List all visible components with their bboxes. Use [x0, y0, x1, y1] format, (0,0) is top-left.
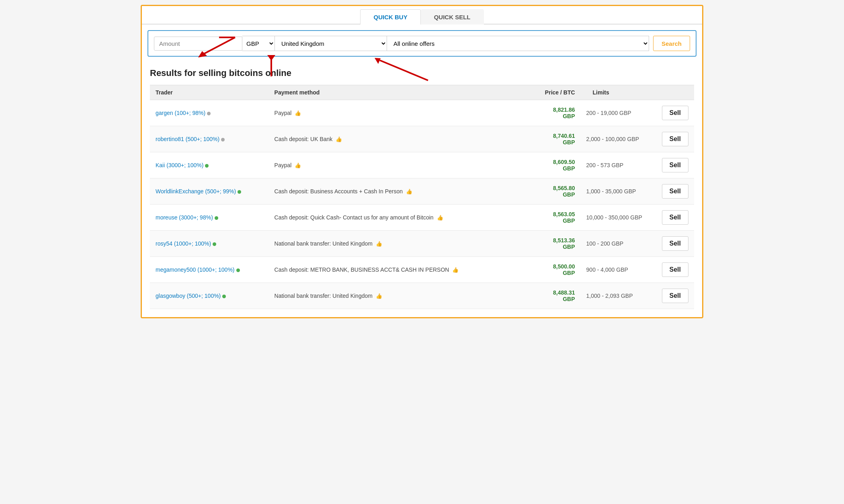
sell-button[interactable]: Sell	[662, 184, 688, 199]
trader-link[interactable]: glasgowboy (500+; 100%)	[156, 293, 221, 299]
status-dot	[236, 268, 240, 272]
results-title: Results for selling bitcoins online	[150, 68, 694, 78]
sell-cell: Sell	[656, 126, 694, 152]
sell-button[interactable]: Sell	[662, 158, 688, 172]
status-dot	[207, 112, 211, 115]
offers-table: Trader Payment method Price / BTC Limits…	[150, 85, 694, 309]
sell-cell: Sell	[656, 178, 694, 205]
sell-button[interactable]: Sell	[662, 262, 688, 277]
payment-cell: Paypal 👍	[269, 100, 505, 126]
trader-cell: gargen (100+; 98%)	[150, 100, 269, 126]
sell-button[interactable]: Sell	[662, 210, 688, 225]
trader-cell: rosy54 (1000+; 100%)	[150, 231, 269, 257]
table-row: gargen (100+; 98%)Paypal 👍8,821.86GBP200…	[150, 100, 694, 126]
limits-cell: 1,000 - 2,093 GBP	[581, 283, 656, 309]
price-cell: 8,488.31GBP	[505, 283, 581, 309]
limits-cell: 900 - 4,000 GBP	[581, 257, 656, 283]
sell-cell: Sell	[656, 257, 694, 283]
thumbs-up-icon: 👍	[295, 162, 301, 168]
payment-cell: Cash deposit: Quick Cash- Contact us for…	[269, 205, 505, 231]
sell-button[interactable]: Sell	[662, 289, 688, 303]
sell-button[interactable]: Sell	[662, 236, 688, 251]
col-payment: Payment method	[269, 85, 505, 100]
status-dot	[238, 190, 241, 194]
trader-cell: WorldlinkExchange (500+; 99%)	[150, 178, 269, 205]
limits-cell: 200 - 573 GBP	[581, 152, 656, 178]
trader-cell: moreuse (3000+; 98%)	[150, 205, 269, 231]
thumbs-up-icon: 👍	[406, 188, 412, 195]
limits-cell: 10,000 - 350,000 GBP	[581, 205, 656, 231]
table-row: rosy54 (1000+; 100%)National bank transf…	[150, 231, 694, 257]
limits-cell: 2,000 - 100,000 GBP	[581, 126, 656, 152]
main-container: QUICK BUY QUICK SELL GBP USD EUR BTC Uni…	[141, 5, 703, 318]
amount-input[interactable]	[154, 37, 242, 51]
tab-quick-sell[interactable]: QUICK SELL	[421, 9, 484, 25]
payment-cell: National bank transfer: United Kingdom 👍	[269, 231, 505, 257]
country-select[interactable]: United Kingdom United States Germany Fra…	[275, 36, 387, 51]
col-price: Price / BTC	[505, 85, 581, 100]
col-limits: Limits	[581, 85, 656, 100]
price-cell: 8,609.50GBP	[505, 152, 581, 178]
status-dot	[205, 164, 209, 168]
trader-link[interactable]: moreuse (3000+; 98%)	[156, 214, 213, 221]
trader-cell: robertino81 (500+; 100%)	[150, 126, 269, 152]
sell-button[interactable]: Sell	[662, 132, 688, 146]
trader-link[interactable]: Kaii (3000+; 100%)	[156, 162, 203, 168]
table-row: Kaii (3000+; 100%)Paypal 👍8,609.50GBP200…	[150, 152, 694, 178]
sell-cell: Sell	[656, 283, 694, 309]
trader-cell: glasgowboy (500+; 100%)	[150, 283, 269, 309]
table-row: WorldlinkExchange (500+; 99%)Cash deposi…	[150, 178, 694, 205]
trader-link[interactable]: WorldlinkExchange (500+; 99%)	[156, 188, 236, 195]
payment-cell: Cash deposit: Business Accounts + Cash I…	[269, 178, 505, 205]
thumbs-up-icon: 👍	[336, 136, 342, 142]
limits-cell: 1,000 - 35,000 GBP	[581, 178, 656, 205]
price-cell: 8,563.05GBP	[505, 205, 581, 231]
status-dot	[213, 242, 216, 246]
payment-cell: Cash deposit: UK Bank 👍	[269, 126, 505, 152]
price-cell: 8,500.00GBP	[505, 257, 581, 283]
table-header-row: Trader Payment method Price / BTC Limits	[150, 85, 694, 100]
thumbs-up-icon: 👍	[376, 293, 382, 299]
search-bar-wrapper: GBP USD EUR BTC United Kingdom United St…	[142, 30, 702, 57]
trader-link[interactable]: gargen (100+; 98%)	[156, 110, 205, 116]
trader-link[interactable]: megamoney500 (1000+; 100%)	[156, 266, 235, 273]
price-cell: 8,513.36GBP	[505, 231, 581, 257]
thumbs-up-icon: 👍	[437, 215, 443, 221]
price-cell: 8,740.61GBP	[505, 126, 581, 152]
price-cell: 8,565.80GBP	[505, 178, 581, 205]
currency-select[interactable]: GBP USD EUR BTC	[242, 36, 275, 51]
status-dot	[221, 138, 225, 141]
payment-cell: National bank transfer: United Kingdom 👍	[269, 283, 505, 309]
price-cell: 8,821.86GBP	[505, 100, 581, 126]
sell-cell: Sell	[656, 100, 694, 126]
col-trader: Trader	[150, 85, 269, 100]
limits-cell: 100 - 200 GBP	[581, 231, 656, 257]
tabs-bar: QUICK BUY QUICK SELL	[142, 6, 702, 25]
thumbs-up-icon: 👍	[295, 110, 301, 116]
tab-quick-buy[interactable]: QUICK BUY	[360, 9, 420, 25]
trader-cell: Kaii (3000+; 100%)	[150, 152, 269, 178]
limits-cell: 200 - 19,000 GBP	[581, 100, 656, 126]
trader-link[interactable]: rosy54 (1000+; 100%)	[156, 240, 211, 247]
trader-cell: megamoney500 (1000+; 100%)	[150, 257, 269, 283]
thumbs-up-icon: 👍	[376, 241, 382, 247]
thumbs-up-icon: 👍	[452, 267, 459, 273]
sell-button[interactable]: Sell	[662, 106, 688, 120]
search-bar: GBP USD EUR BTC United Kingdom United St…	[147, 30, 697, 57]
status-dot	[215, 216, 218, 220]
results-section: Results for selling bitcoins online Trad…	[142, 62, 702, 317]
payment-cell: Cash deposit: METRO BANK, BUSINESS ACCT&…	[269, 257, 505, 283]
table-row: glasgowboy (500+; 100%)National bank tra…	[150, 283, 694, 309]
table-row: moreuse (3000+; 98%)Cash deposit: Quick …	[150, 205, 694, 231]
search-button[interactable]: Search	[653, 36, 690, 51]
sell-cell: Sell	[656, 205, 694, 231]
payment-cell: Paypal 👍	[269, 152, 505, 178]
offer-type-select[interactable]: All online offers Cash deposit National …	[387, 36, 649, 51]
table-row: megamoney500 (1000+; 100%)Cash deposit: …	[150, 257, 694, 283]
sell-cell: Sell	[656, 231, 694, 257]
status-dot	[222, 295, 226, 298]
sell-cell: Sell	[656, 152, 694, 178]
table-row: robertino81 (500+; 100%)Cash deposit: UK…	[150, 126, 694, 152]
trader-link[interactable]: robertino81 (500+; 100%)	[156, 136, 219, 142]
